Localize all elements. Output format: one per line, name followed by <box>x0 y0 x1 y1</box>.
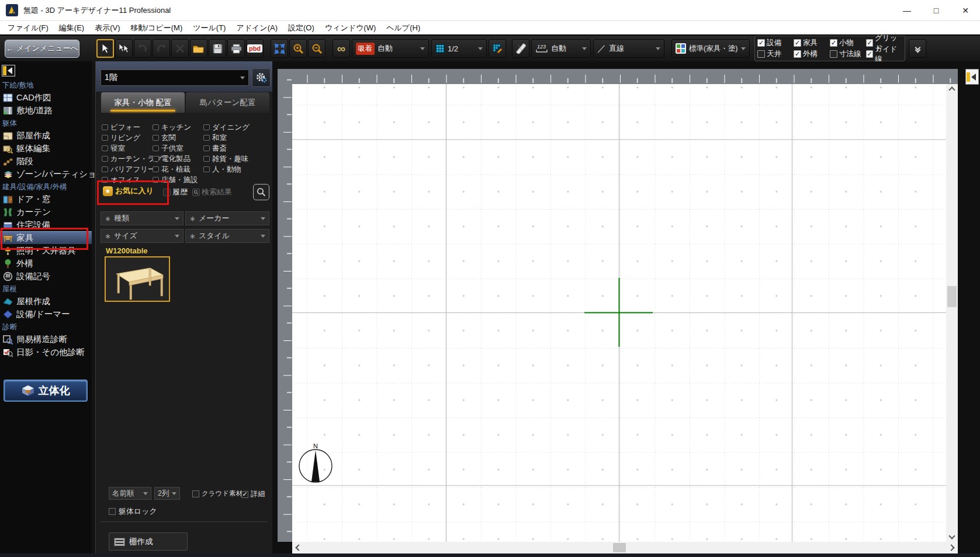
category-entrance[interactable]: 玄関 <box>153 133 203 143</box>
toolbar-expand-button[interactable] <box>909 39 926 58</box>
filter-style-dropdown[interactable]: ∗スタイル <box>185 229 269 243</box>
display-style-dropdown[interactable]: 標準(家具・塗) <box>671 39 750 58</box>
print-button[interactable] <box>227 39 245 58</box>
shelf-create-button[interactable]: 棚作成 <box>109 532 188 551</box>
floor-settings-button[interactable] <box>252 68 271 87</box>
close-button[interactable]: ✕ <box>951 0 980 21</box>
dimension-mode-dropdown[interactable]: 123 自動 <box>531 39 591 58</box>
fit-view-button[interactable] <box>271 39 288 58</box>
category-barrier-free[interactable]: バリアフリー <box>102 164 153 175</box>
category-flowers-plants[interactable]: 花・植栽 <box>153 164 203 175</box>
sidebar-item-stairs[interactable]: 階段 <box>0 155 92 168</box>
vertical-scroll-thumb[interactable] <box>947 286 957 307</box>
menu-move-copy[interactable]: 移動/コピー(M) <box>126 22 188 34</box>
horizontal-scrollbar[interactable] <box>292 542 958 553</box>
redo-button[interactable] <box>153 39 170 58</box>
convert-to-3d-button[interactable]: 立体化 <box>4 380 88 402</box>
continuous-input-button[interactable]: ∞ <box>333 39 350 58</box>
scroll-up-icon[interactable] <box>948 86 955 93</box>
sidebar-item-exterior[interactable]: 外構 <box>0 257 92 270</box>
horizontal-scroll-thumb[interactable] <box>613 543 626 552</box>
category-appliances[interactable]: 電化製品 <box>153 154 203 164</box>
zoom-in-button[interactable] <box>289 39 307 58</box>
sidebar-item-curtain[interactable]: カーテン <box>0 206 92 218</box>
sidebar-item-room-create[interactable]: 部屋作成 <box>0 129 92 142</box>
menu-file[interactable]: ファイル(F) <box>2 22 54 34</box>
sidebar-item-door-window[interactable]: ドア・窓 <box>0 193 92 206</box>
search-results-button[interactable]: 検索結果 <box>192 187 232 197</box>
menu-help[interactable]: ヘルプ(H) <box>381 22 425 34</box>
columns-dropdown[interactable]: 2列 <box>154 487 180 500</box>
favorites-button[interactable]: ★ お気に入り <box>103 186 154 196</box>
category-living[interactable]: リビング <box>102 133 153 143</box>
undo-button[interactable] <box>134 39 151 58</box>
sidebar-item-lighting[interactable]: 照明・天井器具 <box>0 244 92 257</box>
category-goods-hobby[interactable]: 雑貨・趣味 <box>203 154 270 164</box>
sidebar-item-roof-equipment-dormer[interactable]: 設備/ドーマー <box>0 308 92 321</box>
tab-furniture-accessory-placement[interactable]: 家具・小物 配置 <box>101 92 185 113</box>
snap-mode-dropdown[interactable]: 吸着 自動 <box>352 39 429 58</box>
toggle-furniture[interactable]: ✓家具 <box>794 37 830 48</box>
menu-window[interactable]: ウィンドウ(W) <box>320 22 381 34</box>
body-lock-checkbox[interactable]: 躯体ロック <box>109 506 157 517</box>
category-dining[interactable]: ダイニング <box>203 122 270 133</box>
toggle-accessories[interactable]: ✓小物 <box>830 37 866 48</box>
category-kitchen[interactable]: キッチン <box>153 122 203 133</box>
history-button[interactable]: 履歴 <box>163 187 188 197</box>
search-button[interactable] <box>253 184 269 200</box>
filter-size-dropdown[interactable]: ∗サイズ <box>101 229 183 243</box>
pbd-export-button[interactable]: pbd <box>246 39 264 58</box>
filter-type-dropdown[interactable]: ∗種類 <box>101 211 183 225</box>
grid-edit-button[interactable] <box>489 39 506 58</box>
sidebar-item-cad-drawing[interactable]: CAD作図 <box>0 91 92 104</box>
sidebar-item-furniture[interactable]: 家具 <box>0 231 92 244</box>
category-bedroom[interactable]: 寝室 <box>102 143 153 154</box>
toggle-guide-lines[interactable]: ✓ガイド線 <box>866 48 902 60</box>
category-kids-room[interactable]: 子供室 <box>153 143 203 154</box>
toggle-exterior[interactable]: ✓外構 <box>794 48 830 60</box>
sort-order-dropdown[interactable]: 名前順 <box>109 487 151 500</box>
menu-tools[interactable]: ツール(T) <box>188 22 231 34</box>
sidebar-item-site-road[interactable]: 敷地/道路 <box>0 104 92 117</box>
filter-maker-dropdown[interactable]: ∗メーカー <box>185 211 269 225</box>
floor-dropdown[interactable]: 1階 <box>101 69 249 86</box>
category-japanese-room[interactable]: 和室 <box>203 133 270 143</box>
category-study[interactable]: 書斎 <box>203 143 270 154</box>
catalog-item-thumbnail[interactable] <box>105 256 170 302</box>
sidebar-item-housing-equipment[interactable]: 住宅設備 <box>0 218 92 231</box>
vertical-scrollbar[interactable] <box>946 84 958 542</box>
menu-edit[interactable]: 編集(E) <box>54 22 89 34</box>
main-menu-button[interactable]: ← メインメニューへ <box>5 40 79 58</box>
cloud-material-checkbox[interactable]: クラウド素材 <box>192 489 243 498</box>
line-type-dropdown[interactable]: ／ 直線 <box>593 39 664 58</box>
right-panel-collapse-button[interactable] <box>965 69 979 85</box>
tab-island-pattern-placement[interactable]: 島パターン配置 <box>186 92 269 113</box>
sidebar-collapse-button[interactable] <box>2 65 15 76</box>
open-file-button[interactable] <box>190 39 207 58</box>
zoom-out-button[interactable] <box>308 39 325 58</box>
sidebar-item-zone-partition[interactable]: ゾーン/パーティション <box>0 168 92 180</box>
select-cursor-button[interactable] <box>96 39 114 58</box>
grid-scale-dropdown[interactable]: 1/2 <box>431 39 487 58</box>
scroll-left-icon[interactable] <box>295 544 302 551</box>
minimize-button[interactable]: — <box>892 0 922 21</box>
menu-settings[interactable]: 設定(O) <box>283 22 320 34</box>
multi-select-cursor-button[interactable] <box>115 39 133 58</box>
maximize-button[interactable]: □ <box>922 0 951 21</box>
toggle-equipment[interactable]: ✓設備 <box>757 37 794 48</box>
floor-plan-canvas[interactable]: N <box>292 84 946 542</box>
toggle-dimension-lines[interactable]: 寸法線 <box>830 48 866 60</box>
category-curtain-rug[interactable]: カーテン・ラグ <box>102 154 153 164</box>
measure-button[interactable] <box>512 39 529 58</box>
save-button[interactable] <box>209 39 226 58</box>
category-people-animals[interactable]: 人・動物 <box>203 164 270 175</box>
sidebar-item-shadow-diagnosis[interactable]: 日影・その他診断 <box>0 346 92 358</box>
scroll-right-icon[interactable] <box>948 544 954 551</box>
sidebar-item-body-edit[interactable]: 躯体編集 <box>0 142 92 155</box>
scroll-down-icon[interactable] <box>948 532 955 539</box>
sidebar-item-structure-diagnosis[interactable]: 簡易構造診断 <box>0 333 92 346</box>
delete-button[interactable] <box>171 39 189 58</box>
menu-addin[interactable]: アドイン(A) <box>231 22 283 34</box>
sidebar-item-equipment-symbol[interactable]: 設備記号 <box>0 270 92 283</box>
menu-view[interactable]: 表示(V) <box>89 22 125 34</box>
